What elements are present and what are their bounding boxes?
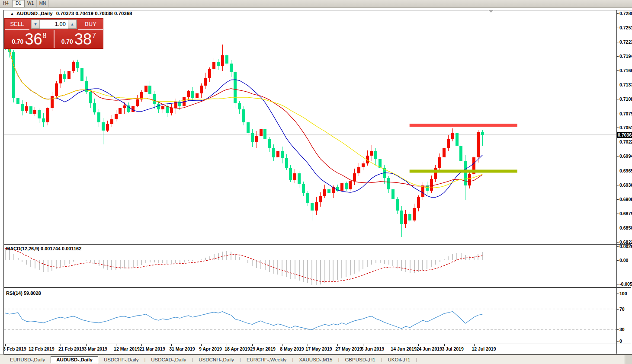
candle-body xyxy=(144,86,148,92)
chart-tab-usdcnh[interactable]: USDCNH-,Daily xyxy=(193,356,240,363)
timeframe-button-w1[interactable]: W1 xyxy=(25,0,37,7)
date-label: 21 Mar 2019 xyxy=(139,346,165,351)
chart-tab-eurchf[interactable]: EURCHF-,Weekly xyxy=(241,356,292,363)
date-tick xyxy=(86,344,87,346)
date-tick xyxy=(252,344,253,346)
candle-body xyxy=(97,112,100,122)
candle-body xyxy=(153,94,156,104)
current-price-tag: 0.70368 xyxy=(617,132,632,138)
chart-tab-usdchf[interactable]: USDCHF-,Daily xyxy=(98,356,144,363)
date-tick xyxy=(308,344,308,346)
date-tick xyxy=(31,344,31,346)
collapse-triangle-icon[interactable]: ▲ xyxy=(10,12,14,16)
date-axis[interactable]: 3 Feb 201912 Feb 201921 Feb 20193 Mar 20… xyxy=(4,344,616,353)
axis-tick xyxy=(616,156,619,156)
date-label: 21 Feb 2019 xyxy=(58,346,84,351)
scroll-to-end-marker[interactable] xyxy=(488,10,494,13)
panel-separator[interactable] xyxy=(4,244,631,245)
candle-body xyxy=(340,183,343,191)
date-label: 3 Mar 2019 xyxy=(84,346,107,351)
chart-tab-audusd[interactable]: AUDUSD-,Daily xyxy=(51,356,98,363)
price-axis-label: 0.72230 xyxy=(619,39,632,45)
candle-body xyxy=(417,197,420,208)
candle-body xyxy=(468,174,471,186)
timeframe-button-h4[interactable]: H4 xyxy=(0,0,12,7)
chart-tab-xauusd[interactable]: XAUUSD-,M15 xyxy=(293,356,338,363)
panel-separator[interactable] xyxy=(4,287,631,288)
candle-body xyxy=(456,133,459,146)
candle-body xyxy=(67,71,71,80)
price-axis-label: 0.70795 xyxy=(619,111,632,117)
candle-body xyxy=(102,122,105,131)
candle-body xyxy=(481,132,484,135)
chart-tab-ukoil[interactable]: UKOil-,H1 xyxy=(382,356,416,363)
candle-body xyxy=(106,124,109,131)
volume-input[interactable]: 1.00 xyxy=(40,20,68,29)
axis-tick xyxy=(616,242,619,243)
axis-tick xyxy=(616,309,619,310)
volume-stepper[interactable]: ▼ 1.00 ▲ xyxy=(31,19,77,29)
bid-price-big: 36 xyxy=(25,32,42,47)
timeframe-button-mn[interactable]: MN xyxy=(37,0,49,7)
candle-body xyxy=(230,64,233,73)
bid-price-pip: 8 xyxy=(42,32,46,40)
macd-signal-line xyxy=(5,249,482,282)
date-tick xyxy=(418,344,419,346)
candle-body xyxy=(157,104,160,109)
axis-tick xyxy=(616,114,619,114)
candle-body xyxy=(55,83,58,96)
chart-tab-usdcad[interactable]: USDCAD-,Daily xyxy=(145,356,192,363)
price-axis-label: 0.68795 xyxy=(619,211,632,217)
timeframe-button-d1[interactable]: D1 xyxy=(12,0,25,7)
candle-body xyxy=(21,104,24,111)
timeframe-toolbar: H4D1W1MN xyxy=(0,0,632,8)
candle-body xyxy=(12,52,15,98)
ask-price-display[interactable]: 0.70387 xyxy=(55,30,103,48)
axis-tick xyxy=(616,42,619,42)
candle-body xyxy=(161,106,164,109)
candle-body xyxy=(191,91,194,98)
date-label: 31 Mar 2019 xyxy=(169,346,195,351)
rsi-axis-label: 30 xyxy=(619,327,625,332)
candle-body xyxy=(51,96,54,109)
candle-body xyxy=(42,118,45,122)
volume-decrease-button[interactable]: ▼ xyxy=(31,20,40,29)
rsi-chart-canvas[interactable] xyxy=(4,288,616,344)
panel-separator[interactable] xyxy=(4,344,631,344)
candle-body xyxy=(238,103,241,109)
bid-price-prefix: 0.70 xyxy=(12,38,23,45)
date-label: 12 Mar 2019 xyxy=(114,346,140,351)
candle-body xyxy=(80,68,83,81)
macd-axis-label: 0.002984 xyxy=(619,244,632,249)
candle-body xyxy=(85,81,88,93)
price-axis-label: 0.72515 xyxy=(619,25,632,31)
volume-increase-button[interactable]: ▲ xyxy=(68,20,77,29)
candle-body xyxy=(196,93,199,99)
bid-price-display[interactable]: 0.70368 xyxy=(5,30,54,48)
sell-button[interactable]: SELL xyxy=(5,19,29,30)
macd-chart-canvas[interactable] xyxy=(4,245,616,287)
candle-body xyxy=(477,132,480,157)
date-tick xyxy=(201,344,202,346)
ask-price-pip: 7 xyxy=(92,32,96,40)
candle-body xyxy=(443,148,446,157)
candle-body xyxy=(204,78,207,86)
candle-body xyxy=(221,55,224,66)
axis-tick xyxy=(616,199,619,200)
date-label: 18 Apr 2019 xyxy=(225,346,250,351)
terminal-window: H4D1W1MN ▲AUDUSD-,Daily0.70373 0.70419 0… xyxy=(0,0,632,364)
buy-button[interactable]: BUY xyxy=(78,19,103,30)
date-tick xyxy=(5,344,6,346)
candle-body xyxy=(63,74,66,80)
date-label: 17 May 2019 xyxy=(305,346,332,351)
chart-title: ▲AUDUSD-,Daily0.70373 0.70419 0.70338 0.… xyxy=(10,11,132,16)
rsi-axis-label: 100 xyxy=(619,291,627,297)
axis-tick xyxy=(616,228,619,228)
candle-body xyxy=(396,199,399,211)
candle-body xyxy=(353,173,356,181)
candle-body xyxy=(387,178,390,189)
axis-tick xyxy=(616,142,619,142)
candle-body xyxy=(59,74,62,83)
chart-tab-gbpusd[interactable]: GBPUSD-,H1 xyxy=(339,356,381,363)
chart-tab-eurusd[interactable]: EURUSD-,Daily xyxy=(4,356,51,363)
